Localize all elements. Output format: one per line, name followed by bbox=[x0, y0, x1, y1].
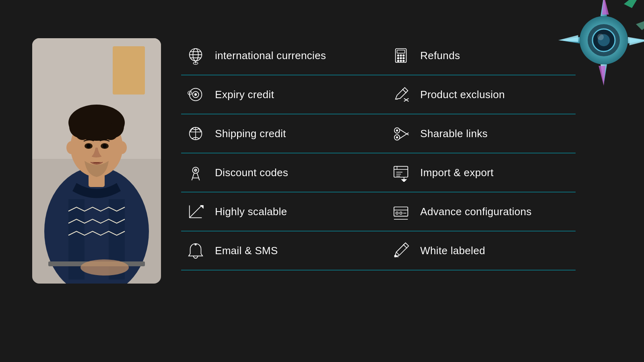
person-photo bbox=[32, 38, 161, 284]
feature-expiry-credit: Expiry credit bbox=[181, 75, 378, 114]
expiry-icon bbox=[185, 84, 206, 105]
refunds-label: Refunds bbox=[420, 49, 460, 62]
svg-point-41 bbox=[400, 60, 402, 62]
svg-point-105 bbox=[597, 34, 604, 40]
svg-marker-98 bbox=[558, 28, 582, 51]
svg-line-49 bbox=[402, 89, 407, 93]
pencil-x-icon bbox=[390, 84, 411, 105]
decorative-starburst bbox=[539, 0, 644, 105]
shipping-icon bbox=[185, 123, 206, 144]
feature-discount-codes: Discount codes bbox=[181, 153, 378, 192]
scalable-icon bbox=[185, 201, 206, 222]
svg-point-18 bbox=[87, 144, 91, 148]
highly-scalable-label: Highly scalable bbox=[215, 206, 287, 218]
feature-white-labeled: White labeled bbox=[378, 231, 576, 270]
advance-configurations-label: Advance configurations bbox=[420, 206, 532, 218]
international-currencies-label: international currencies bbox=[215, 49, 326, 62]
svg-point-45 bbox=[195, 94, 197, 96]
svg-rect-82 bbox=[394, 207, 408, 216]
svg-point-35 bbox=[400, 55, 402, 56]
svg-point-42 bbox=[403, 60, 405, 62]
svg-point-40 bbox=[397, 60, 399, 62]
svg-line-66 bbox=[197, 173, 200, 180]
features-grid: international currencies Refunds bbox=[181, 36, 576, 270]
calculator-icon bbox=[390, 45, 411, 66]
photo-panel bbox=[32, 38, 161, 284]
pen-icon bbox=[390, 240, 411, 261]
svg-rect-33 bbox=[397, 50, 405, 53]
svg-point-36 bbox=[403, 55, 405, 56]
discount-codes-label: Discount codes bbox=[215, 167, 288, 179]
white-labeled-label: White labeled bbox=[420, 245, 485, 257]
svg-rect-2 bbox=[113, 46, 145, 95]
svg-line-61 bbox=[399, 133, 409, 139]
svg-line-65 bbox=[192, 173, 194, 180]
svg-marker-101 bbox=[591, 62, 615, 86]
svg-point-85 bbox=[396, 212, 398, 214]
svg-rect-70 bbox=[394, 167, 408, 177]
config-icon bbox=[390, 201, 411, 222]
svg-point-19 bbox=[103, 144, 107, 148]
feature-international-currencies: international currencies bbox=[181, 36, 378, 75]
import-icon bbox=[390, 162, 411, 183]
notification-icon bbox=[185, 240, 206, 261]
import-export-label: Import & export bbox=[420, 167, 493, 179]
svg-line-60 bbox=[399, 129, 409, 135]
feature-advance-configurations: Advance configurations bbox=[378, 192, 576, 231]
svg-point-34 bbox=[397, 55, 399, 56]
globe-icon bbox=[185, 45, 206, 66]
svg-point-21 bbox=[117, 141, 127, 154]
scissors-icon bbox=[390, 123, 411, 144]
svg-point-20 bbox=[66, 141, 76, 154]
svg-point-13 bbox=[89, 109, 105, 125]
svg-point-14 bbox=[75, 125, 90, 140]
sharable-links-label: Sharable links bbox=[420, 128, 488, 140]
svg-point-62 bbox=[396, 130, 398, 131]
product-exclusion-label: Product exclusion bbox=[420, 88, 505, 101]
svg-point-37 bbox=[397, 58, 399, 59]
svg-marker-77 bbox=[402, 179, 407, 182]
feature-import-export: Import & export bbox=[378, 153, 576, 192]
expiry-credit-label: Expiry credit bbox=[215, 88, 274, 101]
svg-point-39 bbox=[403, 58, 405, 59]
svg-line-90 bbox=[403, 245, 407, 249]
svg-line-78 bbox=[190, 206, 202, 218]
svg-marker-107 bbox=[636, 16, 644, 30]
svg-marker-106 bbox=[624, 0, 644, 8]
svg-point-63 bbox=[396, 137, 398, 138]
discount-icon bbox=[185, 162, 206, 183]
svg-point-15 bbox=[103, 125, 118, 140]
feature-highly-scalable: Highly scalable bbox=[181, 192, 378, 231]
feature-email-sms: Email & SMS bbox=[181, 231, 378, 270]
svg-point-24 bbox=[80, 259, 129, 276]
feature-shipping-credit: Shipping credit bbox=[181, 114, 378, 153]
email-sms-label: Email & SMS bbox=[215, 245, 278, 257]
shipping-credit-label: Shipping credit bbox=[215, 128, 286, 140]
svg-point-38 bbox=[400, 58, 402, 59]
svg-point-86 bbox=[400, 212, 402, 214]
svg-point-92 bbox=[394, 255, 396, 257]
svg-point-89 bbox=[195, 244, 196, 245]
feature-sharable-links: Sharable links bbox=[378, 114, 576, 153]
